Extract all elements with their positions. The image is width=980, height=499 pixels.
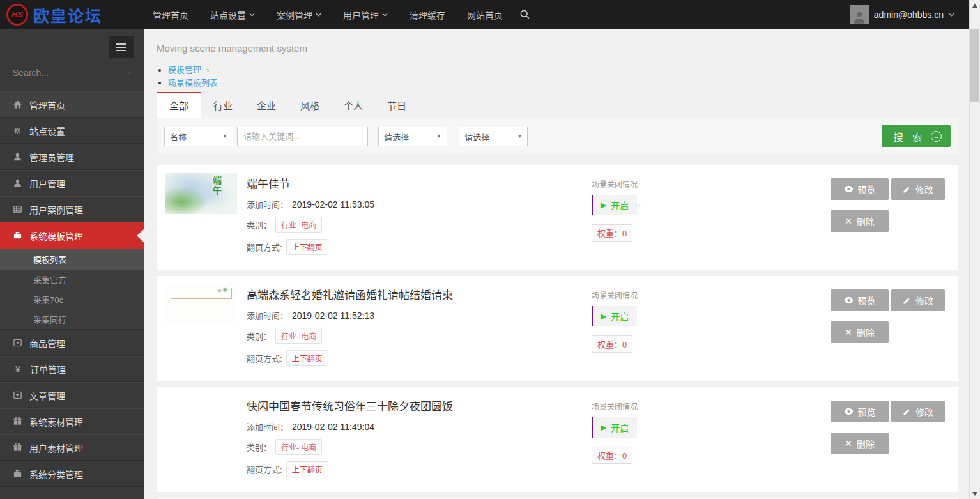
paging-badge[interactable]: 上下翻页	[286, 350, 328, 366]
sidebar-item-admin-home[interactable]: 管理首页	[0, 91, 144, 118]
scene-toggle-button[interactable]: ▶开启	[592, 417, 637, 438]
topbar-search-button[interactable]	[519, 9, 530, 20]
added-time-label: 添加时间：	[247, 420, 288, 433]
caret-square-icon	[13, 338, 22, 348]
filter-select-a[interactable]: 请选择▼	[378, 127, 447, 146]
paging-label: 翻页方式:	[247, 352, 282, 364]
row-status: 场景关闭情况 ▶开启 权重：0	[592, 395, 758, 484]
x-icon: ✕	[845, 216, 852, 226]
sidebar-collapse-button[interactable]	[109, 36, 134, 58]
submenu-item-collect-peers[interactable]: 采集同行	[0, 309, 144, 329]
topnav-site-settings[interactable]: 站点设置	[210, 8, 255, 21]
filter-field-select[interactable]: 名称▼	[164, 127, 233, 146]
preview-button[interactable]: 预览	[831, 178, 889, 200]
scroll-down-arrow-icon[interactable]	[970, 488, 980, 499]
submenu-item-collect-official[interactable]: 采集官方	[0, 270, 144, 289]
added-time-value: 2019-02-02 11:52:13	[292, 311, 374, 321]
edit-button[interactable]: 修改	[891, 178, 945, 200]
paging-badge[interactable]: 上下翻页	[286, 239, 328, 255]
sidebar-item-administrator-management[interactable]: 管理员管理	[0, 144, 144, 170]
edit-button[interactable]: 修改	[891, 401, 945, 422]
breadcrumb-link-scene-template-list[interactable]: 场景模板列表	[168, 78, 218, 88]
scene-toggle-button[interactable]: ▶开启	[592, 195, 637, 215]
scroll-up-arrow-icon[interactable]	[970, 0, 980, 11]
sidebar-item-user-management[interactable]: 用户管理	[0, 170, 144, 196]
search-button[interactable]: 搜 索 →	[882, 125, 951, 147]
sidebar-item-site-settings[interactable]: 站点设置	[0, 118, 144, 144]
logo-text: 欧皇论坛	[33, 3, 102, 26]
eye-icon	[844, 296, 854, 304]
delete-button[interactable]: ✕删除	[831, 433, 889, 454]
weight-badge[interactable]: 权重：0	[592, 447, 632, 464]
category-badge[interactable]: 行业- 电商	[275, 328, 322, 344]
paging-label: 翻页方式:	[247, 241, 282, 253]
user-account-menu[interactable]: admin@ohbbs.cn	[850, 0, 954, 29]
tab-all[interactable]: 全部	[157, 92, 201, 118]
preview-button[interactable]: 预览	[831, 401, 889, 422]
paging-badge[interactable]: 上下翻页	[286, 461, 328, 477]
submenu-item-template-list[interactable]: 模板列表	[0, 249, 144, 270]
tab-personal[interactable]: 个人	[332, 92, 375, 118]
breadcrumb-separator: ›	[206, 65, 209, 75]
sidebar-item-system-template-management[interactable]: 系统模板管理	[0, 222, 144, 249]
app-logo[interactable]: HS 欧皇论坛	[0, 3, 144, 26]
gift-icon	[13, 443, 22, 452]
wedding-invitation-thumbnail[interactable]	[165, 284, 237, 325]
added-time-label: 添加时间：	[247, 309, 288, 321]
tab-industry[interactable]: 行业	[201, 92, 245, 118]
category-badge[interactable]: 行业- 电商	[275, 439, 322, 455]
dragon-boat-festival-thumbnail[interactable]: 端午	[165, 173, 237, 214]
topnav-case-management[interactable]: 案例管理	[277, 8, 321, 21]
sidebar-item-system-material-management[interactable]: 系统素材管理	[0, 408, 144, 434]
breadcrumb-link-template-management[interactable]: 模板管理	[168, 65, 201, 75]
delete-button[interactable]: ✕删除	[831, 321, 889, 343]
topnav-website-home[interactable]: 网站首页	[467, 8, 503, 21]
delete-button[interactable]: ✕删除	[831, 210, 889, 232]
vertical-scrollbar[interactable]	[969, 0, 980, 499]
preview-button[interactable]: 预览	[831, 289, 889, 311]
pencil-icon	[903, 296, 911, 305]
weight-badge[interactable]: 权重：0	[592, 224, 632, 242]
template-title: 快闪中国春节传统习俗年三十除夕夜团圆饭	[247, 397, 592, 413]
tab-style[interactable]: 风格	[288, 92, 332, 118]
category-badge[interactable]: 行业- 电商	[275, 217, 322, 233]
sidebar: 管理首页 站点设置 管理员管理 用户管理 用户案例管理 系统模板管理 模板列表 …	[0, 29, 144, 499]
sidebar-item-order-management[interactable]: ¥ 订单管理	[0, 356, 144, 382]
topnav-clear-cache[interactable]: 清理缓存	[410, 8, 445, 21]
scene-status-label: 场景关闭情况	[592, 401, 758, 411]
filter-select-b[interactable]: 请选择▼	[459, 127, 528, 146]
edit-button[interactable]: 修改	[891, 289, 945, 311]
sidebar-search-input[interactable]	[13, 68, 128, 78]
sidebar-item-article-management[interactable]: 文章管理	[0, 382, 144, 408]
play-icon: ▶	[601, 423, 606, 432]
topnav-admin-home[interactable]: 管理首页	[153, 8, 188, 21]
sidebar-item-system-category-management[interactable]: 系统分类管理	[0, 461, 144, 487]
user-icon	[13, 178, 22, 188]
added-time-label: 添加时间：	[247, 198, 288, 210]
tab-enterprise[interactable]: 企业	[245, 92, 288, 118]
play-icon: ▶	[601, 312, 606, 321]
sidebar-menu-lower: 商品管理 ¥ 订单管理 文章管理 系统素材管理 用户素材管理 系统分类管理	[0, 330, 144, 487]
briefcase-icon	[13, 469, 22, 479]
scene-toggle-button[interactable]: ▶开启	[592, 306, 637, 326]
x-icon: ✕	[845, 327, 852, 337]
sidebar-item-user-case-management[interactable]: 用户案例管理	[0, 196, 144, 222]
blank-thumbnail[interactable]	[165, 395, 237, 436]
sidebar-item-product-management[interactable]: 商品管理	[0, 330, 144, 356]
row-actions: 预览 修改 ✕删除	[831, 173, 949, 261]
sidebar-item-user-material-management[interactable]: 用户素材管理	[0, 434, 144, 461]
table-icon	[13, 204, 22, 214]
tab-festival[interactable]: 节日	[375, 92, 418, 118]
top-navigation: 管理首页 站点设置 案例管理 用户管理 清理缓存 网站首页	[153, 8, 503, 21]
submenu-item-collect-70c[interactable]: 采集70c	[0, 289, 144, 309]
scrollbar-thumb[interactable]	[970, 29, 979, 102]
filter-range-separator: -	[452, 132, 454, 141]
breadcrumb-item: 场景模板列表	[168, 77, 958, 89]
avatar	[850, 5, 869, 24]
weight-badge[interactable]: 权重：0	[592, 335, 632, 353]
topnav-user-management[interactable]: 用户管理	[343, 8, 388, 21]
keyword-input[interactable]	[237, 127, 368, 146]
caret-down-icon: ▼	[436, 134, 441, 139]
search-icon[interactable]	[128, 68, 131, 78]
sidebar-menu: 管理首页 站点设置 管理员管理 用户管理 用户案例管理 系统模板管理	[0, 91, 144, 249]
